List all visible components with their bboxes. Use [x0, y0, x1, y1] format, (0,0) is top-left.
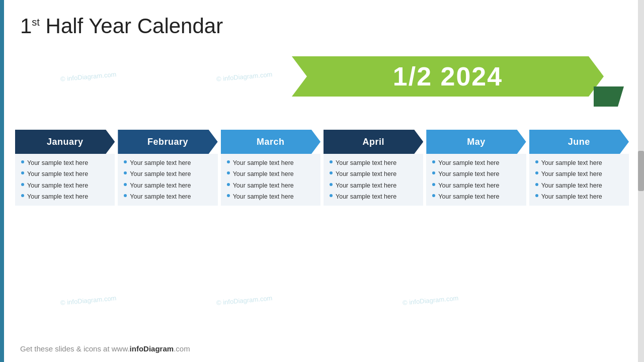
scrollbar[interactable]: [638, 0, 644, 362]
bullet-dot: [21, 194, 24, 197]
banner-wrapper: 1/2 2024: [292, 56, 604, 97]
bullet-item-may-1: Your sample text here: [432, 170, 521, 178]
month-content-february: Your sample text hereYour sample text he…: [118, 154, 217, 206]
watermark-1: © infoDiagram.com: [60, 70, 117, 83]
month-content-may: Your sample text hereYour sample text he…: [426, 154, 526, 206]
banner-ribbon: 1/2 2024: [292, 56, 604, 97]
bullet-dot: [432, 183, 435, 186]
bullet-dot: [124, 171, 127, 174]
bullet-item-april-3: Your sample text here: [330, 193, 418, 201]
bullet-item-june-1: Your sample text here: [535, 170, 624, 178]
bullet-item-january-3: Your sample text here: [21, 193, 110, 201]
bullet-text: Your sample text here: [130, 182, 191, 190]
bullet-dot: [227, 171, 230, 174]
watermark-3: © infoDiagram.com: [60, 294, 117, 307]
bullet-text: Your sample text here: [438, 159, 499, 167]
bullet-item-april-2: Your sample text here: [330, 182, 418, 190]
bullet-item-june-2: Your sample text here: [535, 182, 624, 190]
bullet-dot: [124, 194, 127, 197]
bullet-item-may-3: Your sample text here: [432, 193, 521, 201]
month-col-march: MarchYour sample text hereYour sample te…: [221, 130, 320, 206]
bullet-text: Your sample text here: [233, 159, 294, 167]
month-col-april: AprilYour sample text hereYour sample te…: [324, 130, 423, 206]
watermark-5: © infoDiagram.com: [403, 294, 459, 307]
bullet-dot: [330, 194, 333, 197]
title-prefix: 1: [20, 14, 32, 38]
watermark-4: © infoDiagram.com: [216, 294, 273, 307]
month-content-june: Your sample text hereYour sample text he…: [529, 154, 629, 206]
bullet-text: Your sample text here: [233, 182, 294, 190]
bullet-item-january-0: Your sample text here: [21, 159, 110, 167]
bullet-item-may-2: Your sample text here: [432, 182, 521, 190]
month-header-january: January: [15, 130, 115, 154]
bullet-text: Your sample text here: [233, 193, 294, 201]
month-header-may: May: [426, 130, 526, 154]
scrollbar-thumb[interactable]: [638, 151, 644, 191]
bullet-text: Your sample text here: [541, 170, 602, 178]
bullet-text: Your sample text here: [438, 182, 499, 190]
banner-text: 1/2 2024: [393, 61, 503, 92]
bullet-text: Your sample text here: [541, 193, 602, 201]
bullet-text: Your sample text here: [541, 159, 602, 167]
title-superscript: st: [32, 17, 40, 28]
bullet-text: Your sample text here: [336, 182, 396, 190]
bullet-dot: [227, 183, 230, 186]
footer: Get these slides & icons at www.infoDiag…: [20, 344, 624, 353]
bullet-text: Your sample text here: [130, 193, 191, 201]
bullet-dot: [535, 160, 538, 163]
bullet-dot: [21, 171, 24, 174]
bullet-text: Your sample text here: [130, 170, 191, 178]
bullet-text: Your sample text here: [27, 193, 88, 201]
bullet-item-february-1: Your sample text here: [124, 170, 212, 178]
bullet-item-june-3: Your sample text here: [535, 193, 624, 201]
title-suffix: Half Year Calendar: [40, 14, 223, 38]
bullet-text: Your sample text here: [27, 182, 88, 190]
month-col-may: MayYour sample text hereYour sample text…: [426, 130, 526, 206]
bullet-item-march-2: Your sample text here: [227, 182, 315, 190]
bullet-dot: [432, 171, 435, 174]
bullet-item-march-0: Your sample text here: [227, 159, 315, 167]
month-col-june: JuneYour sample text hereYour sample tex…: [529, 130, 629, 206]
bullet-item-april-0: Your sample text here: [330, 159, 418, 167]
month-header-april: April: [324, 130, 423, 154]
month-content-january: Your sample text hereYour sample text he…: [15, 154, 115, 206]
bullet-dot: [330, 171, 333, 174]
month-content-march: Your sample text hereYour sample text he…: [221, 154, 320, 206]
month-header-june: June: [529, 130, 629, 154]
footer-text-normal: Get these slides & icons at www.: [20, 344, 130, 353]
bullet-item-february-3: Your sample text here: [124, 193, 212, 201]
bullet-dot: [227, 160, 230, 163]
month-col-january: JanuaryYour sample text hereYour sample …: [15, 130, 115, 206]
banner-dark-accent: [594, 86, 624, 107]
bullet-dot: [124, 183, 127, 186]
bullet-dot: [330, 183, 333, 186]
bullet-text: Your sample text here: [336, 159, 396, 167]
bullet-text: Your sample text here: [27, 159, 88, 167]
bullet-item-february-2: Your sample text here: [124, 182, 212, 190]
bullet-text: Your sample text here: [233, 170, 294, 178]
bullet-dot: [432, 160, 435, 163]
month-header-february: February: [118, 130, 217, 154]
bullet-dot: [21, 160, 24, 163]
bullet-text: Your sample text here: [130, 159, 191, 167]
bullet-item-january-1: Your sample text here: [21, 170, 110, 178]
bullet-dot: [227, 194, 230, 197]
calendar-grid: JanuaryYour sample text hereYour sample …: [15, 130, 629, 206]
bullet-text: Your sample text here: [336, 193, 396, 201]
bullet-item-april-1: Your sample text here: [330, 170, 418, 178]
bullet-dot: [535, 171, 538, 174]
bullet-text: Your sample text here: [438, 170, 499, 178]
month-col-february: FebruaryYour sample text hereYour sample…: [118, 130, 217, 206]
page-title: 1st Half Year Calendar: [20, 14, 223, 38]
bullet-text: Your sample text here: [541, 182, 602, 190]
bullet-dot: [124, 160, 127, 163]
bullet-dot: [21, 183, 24, 186]
bullet-item-march-3: Your sample text here: [227, 193, 315, 201]
bullet-item-march-1: Your sample text here: [227, 170, 315, 178]
bullet-item-may-0: Your sample text here: [432, 159, 521, 167]
bullet-item-february-0: Your sample text here: [124, 159, 212, 167]
watermark-2: © infoDiagram.com: [216, 70, 273, 83]
bullet-dot: [330, 160, 333, 163]
bullet-text: Your sample text here: [27, 170, 88, 178]
bullet-dot: [535, 183, 538, 186]
